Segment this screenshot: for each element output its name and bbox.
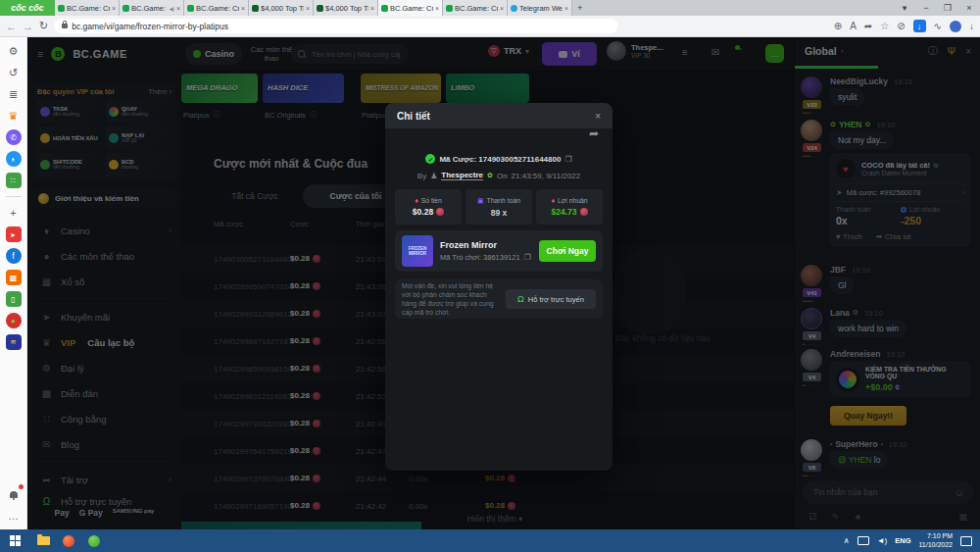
screen: cốc cốc BC.Game: Crypto Ca × BC.Game: Cr… — [0, 0, 980, 552]
game-name: Frozen Mirror — [440, 240, 531, 250]
back-icon[interactable]: ← — [6, 21, 17, 32]
live-support-button[interactable]: Ω Hỗ trợ trực tuyến — [506, 289, 596, 309]
bcgame-favicon — [317, 5, 323, 12]
red-browser-icon — [63, 535, 74, 547]
share-icon[interactable]: ➦ — [864, 21, 872, 31]
folder-icon — [37, 536, 50, 545]
taskbar-coccoc[interactable] — [81, 529, 107, 552]
windows-taskbar: ∧ ◄) ENG 7:10 PM 11/10/2022 — [0, 529, 980, 552]
start-button[interactable] — [10, 535, 21, 546]
translate-icon[interactable]: A — [850, 21, 857, 31]
notifications-bell-icon[interactable] — [6, 486, 22, 502]
bet-author-line: By ♟ Thespectre ✿ On 21:43:59, 9/11/2022 — [385, 171, 612, 180]
zalo-icon[interactable]: ◗ — [6, 151, 22, 167]
check-icon: ✔ — [425, 154, 435, 164]
bcgame-favicon — [187, 5, 194, 12]
download-plus-icon[interactable]: ⊕ — [834, 21, 842, 31]
bell-icon — [10, 491, 18, 498]
play-now-button[interactable]: Chơi Ngay — [539, 240, 596, 262]
coccoc-extension-icon[interactable]: ∿ — [934, 21, 942, 31]
bet-details-modal: Chi tiết × ➦ ✔ Mã Cược: 1749030052711644… — [385, 103, 612, 471]
close-window-button[interactable]: × — [958, 0, 980, 16]
reload-icon[interactable]: ↻ — [39, 20, 48, 32]
adblock-shield-icon[interactable]: ⊘ — [897, 21, 905, 31]
vip-crown-icon[interactable]: ♛ — [6, 108, 22, 124]
add-shortcut-icon[interactable]: + — [6, 205, 22, 221]
forward-icon[interactable]: → — [23, 21, 33, 32]
network-icon[interactable] — [858, 536, 869, 545]
tab-close-icon[interactable]: × — [112, 5, 116, 12]
copy-icon[interactable]: ❐ — [564, 155, 571, 164]
url-text[interactable]: bc.game/vi/game/frozen-mirror-by-platipu… — [72, 22, 228, 31]
browser-tab[interactable]: $4,000 Top Tier Plat × — [249, 0, 314, 16]
navy-app-icon[interactable]: ≋ — [6, 334, 22, 350]
settings-icon[interactable]: ⚙ — [6, 43, 22, 59]
taskbar-file-explorer[interactable] — [30, 529, 56, 552]
coccoc-brand[interactable]: cốc cốc — [0, 0, 55, 16]
amount-icon: ♦ — [415, 197, 418, 204]
sidebar-more-icon[interactable]: … — [6, 508, 22, 524]
browser-tab-active[interactable]: BC.Game: Crypto Ca × — [378, 0, 443, 16]
action-center-icon[interactable] — [960, 536, 972, 546]
tab-close-icon[interactable]: × — [564, 5, 568, 12]
game-thumbnail[interactable]: FROZEN MIRROR — [402, 235, 433, 267]
browser-tab[interactable]: Telegram Web × — [508, 0, 572, 16]
bookmark-star-icon[interactable]: ☆ — [880, 21, 889, 31]
tab-close-icon[interactable]: × — [500, 5, 504, 12]
bet-stats: ♦Số tiền $0.28 ▣Thanh toán 89 x ♦Lợi nhu… — [395, 189, 603, 225]
headset-icon: Ω — [517, 294, 524, 304]
bet-id-line: ✔ Mã Cược: 1749030052711644800 ❐ — [385, 154, 612, 164]
game-card: FROZEN MIRROR Frozen Mirror Mã Trò chơi:… — [395, 230, 603, 272]
restore-button[interactable]: ❐ — [937, 0, 958, 16]
orange-app-icon[interactable]: ▩ — [6, 270, 22, 285]
modal-title: Chi tiết — [397, 111, 430, 122]
tab-search-icon[interactable]: ▾ — [894, 0, 915, 16]
messenger-icon[interactable]: ✆ — [6, 129, 22, 145]
new-tab-button[interactable]: + — [572, 0, 588, 16]
reading-list-icon[interactable]: ≣ — [6, 86, 22, 102]
author-link[interactable]: Thespectre — [441, 171, 483, 180]
browser-tab[interactable]: BC.Game: Crypto Ca × — [55, 0, 120, 16]
tab-close-icon[interactable]: × — [306, 5, 310, 12]
download-manager-icon[interactable]: ↓ — [913, 20, 926, 32]
downloads-tray-icon[interactable]: ↓ — [969, 21, 974, 31]
browser-tab[interactable]: BC.Game: Crypt ◂) × — [120, 0, 184, 16]
share-bet-icon[interactable]: ➦ — [589, 126, 599, 140]
taskbar-browser-red[interactable] — [56, 529, 81, 552]
telegram-favicon — [511, 5, 517, 12]
coin-icon — [436, 208, 444, 216]
tab-close-icon[interactable]: × — [241, 5, 245, 12]
language-indicator[interactable]: ENG — [895, 536, 910, 545]
support-note: Mọi vấn đề, xin vui lòng liên hệ với bộ … — [395, 279, 603, 319]
bcgame-favicon — [58, 5, 65, 12]
youtube-icon[interactable]: ▸ — [6, 226, 22, 242]
modal-header: Chi tiết × — [385, 103, 612, 128]
bcgame-favicon — [381, 5, 388, 12]
minimize-button[interactable]: − — [915, 0, 937, 16]
copy-icon[interactable]: ❐ — [524, 253, 531, 262]
sidebar-divider — [6, 196, 22, 197]
modal-close-icon[interactable]: × — [595, 111, 601, 122]
browser-tab[interactable]: $4,000 Top Tier Plat × — [314, 0, 378, 16]
browser-tab[interactable]: BC.Game: Crypto Ca × — [443, 0, 508, 16]
payout-icon: ▣ — [477, 197, 484, 205]
tray-expand-icon[interactable]: ∧ — [844, 536, 850, 545]
facebook-icon[interactable]: f — [6, 248, 22, 264]
browser-sidebar: ⚙ ↺ ≣ ♛ ✆ ◗ ∷ + ▸ f ▩ ▯ ● ≋ … — [0, 37, 27, 529]
stat-amount: ♦Số tiền $0.28 — [395, 189, 462, 225]
clock[interactable]: 7:10 PM 11/10/2022 — [918, 532, 953, 550]
volume-icon[interactable]: ◄) — [877, 536, 888, 545]
tab-audio-icon[interactable]: ◂) — [170, 5, 174, 12]
tab-close-icon[interactable]: × — [370, 5, 374, 12]
tab-close-icon[interactable]: × — [176, 5, 180, 12]
browser-tabstrip: cốc cốc BC.Game: Crypto Ca × BC.Game: Cr… — [0, 0, 980, 16]
green-app-icon[interactable]: ▯ — [6, 291, 22, 307]
bcgame-favicon — [122, 5, 129, 12]
games-icon[interactable]: ∷ — [6, 173, 22, 188]
red-app-icon[interactable]: ● — [6, 313, 22, 328]
address-bar[interactable]: bc.game/vi/game/frozen-mirror-by-platipu… — [54, 19, 618, 33]
history-icon[interactable]: ↺ — [6, 65, 22, 80]
tab-close-icon[interactable]: × — [435, 5, 439, 12]
profile-avatar-icon[interactable] — [950, 21, 961, 32]
browser-tab[interactable]: BC.Game: Crypto Ca × — [184, 0, 249, 16]
